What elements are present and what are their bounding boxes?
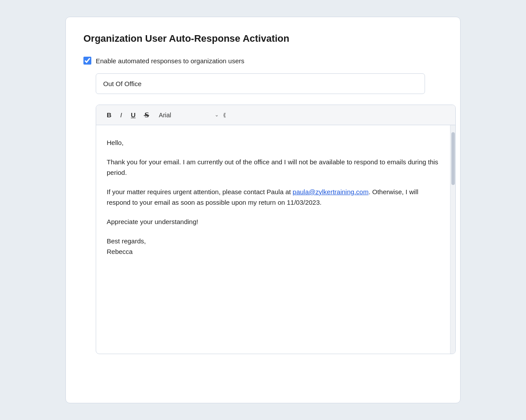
email-paragraph-2: If your matter requires urgent attention… [107, 187, 440, 208]
strikethrough-button[interactable]: S̶ [141, 109, 153, 120]
editor-toolbar: B I U S̶ Arial Times New Roman Helvetica… [96, 105, 455, 125]
email-greeting: Hello, [107, 138, 440, 148]
email-paragraph-3: Appreciate your understanding! [107, 217, 440, 227]
page-title: Organization User Auto-Response Activati… [83, 33, 443, 44]
rich-text-editor: B I U S̶ Arial Times New Roman Helvetica… [96, 105, 456, 354]
email-signature: Best regards, Rebecca [107, 236, 440, 257]
font-selector-wrapper: Arial Times New Roman Helvetica Georgia … [156, 110, 219, 120]
main-card: Organization User Auto-Response Activati… [65, 17, 461, 403]
font-select[interactable]: Arial Times New Roman Helvetica Georgia … [156, 110, 214, 120]
signature-line2: Rebecca [107, 248, 133, 255]
enable-checkbox-row: Enable automated responses to organizati… [83, 57, 443, 65]
bold-button[interactable]: B [103, 109, 115, 120]
enable-checkbox[interactable] [83, 57, 91, 65]
editor-scroll-wrapper: Hello, Thank you for your email. I am cu… [96, 125, 455, 354]
scrollbar-track[interactable] [450, 125, 455, 354]
signature-line1: Best regards, [107, 237, 146, 245]
email-paragraph-1: Thank you for your email. I am currently… [107, 157, 440, 178]
italic-button[interactable]: I [117, 109, 126, 120]
paragraph2-prefix: If your matter requires urgent attention… [107, 188, 291, 196]
editor-content[interactable]: Hello, Thank you for your email. I am cu… [96, 125, 450, 354]
subject-input[interactable] [96, 73, 425, 94]
checkbox-label: Enable automated responses to organizati… [96, 57, 245, 65]
underline-button[interactable]: U [127, 109, 139, 120]
contact-email-link[interactable]: paula@zylkertraining.com [293, 188, 369, 196]
more-options-icon[interactable]: ⟪ [220, 110, 229, 120]
scrollbar-thumb[interactable] [451, 132, 455, 185]
font-chevron-icon: ⌄ [215, 112, 219, 118]
